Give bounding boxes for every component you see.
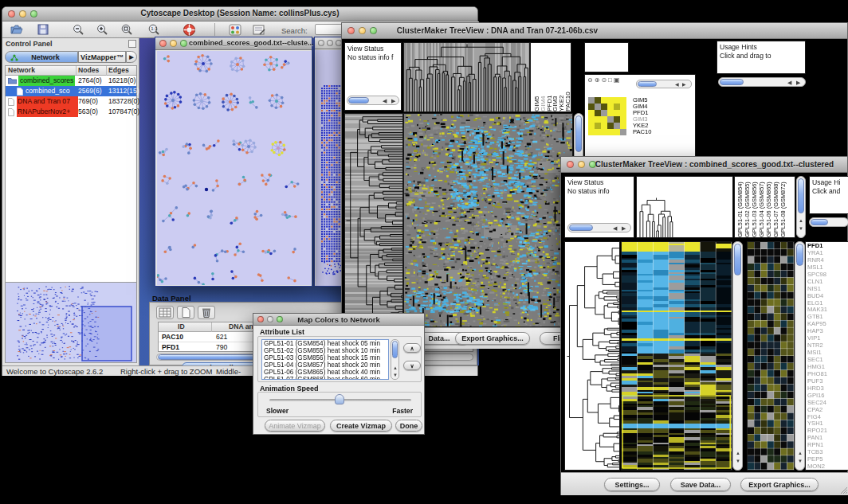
scroll-left-icon[interactable]: ◀ (787, 80, 791, 85)
annotation-icon[interactable] (253, 24, 265, 36)
col-header-id[interactable]: ID (178, 322, 185, 330)
attribute-list-vscrollbar[interactable]: ▲ ▼ (391, 339, 399, 380)
scroll-left-icon[interactable]: ◀ (613, 225, 617, 231)
attribute-list[interactable]: GPL51-01 (GSM854) heat shock 05 minGPL51… (261, 339, 389, 380)
minimize-button[interactable] (170, 40, 177, 47)
scroll-right-icon[interactable]: ▶ (682, 82, 686, 88)
close-button[interactable] (159, 40, 167, 47)
export-graphics-button[interactable]: Export Graphics... (740, 478, 819, 491)
treeview2-heatmap[interactable] (621, 241, 732, 471)
treeview1-column-labels: GIM5 GIM4 PFD1 GIM3 YKE2 PAC10 (530, 42, 571, 112)
treeview2-titlebar[interactable]: ClusterMaker TreeView : combined_scores_… (561, 157, 847, 173)
scroll-up-icon[interactable]: ▲ (799, 218, 803, 224)
network-row-combined-scores[interactable]: combined_scores 2764(0) 16218(0) (6, 76, 136, 86)
status-hint-middle: Middle- (216, 367, 241, 376)
minimize-button[interactable] (578, 161, 585, 168)
treeview2-zoom-heatmap[interactable] (747, 241, 795, 471)
treeview1-titlebar[interactable]: ClusterMaker TreeView : DNA and Tran 07-… (342, 23, 847, 39)
treeview1-row-labels: GIM5 GIM4 PFD1 GIM3 YKE2 PAC10 (633, 97, 652, 135)
zoom-fit-icon[interactable]: 1:1 (147, 24, 160, 36)
create-vizmap-button[interactable]: Create Vizmap (330, 420, 392, 432)
dialog-titlebar[interactable]: Map Colors to Network (253, 314, 424, 326)
network1-canvas[interactable] (157, 51, 311, 285)
usage-hints-title: Usage Hints (720, 43, 805, 52)
minimize-button[interactable] (359, 27, 366, 34)
scroll-down-icon[interactable]: ▼ (736, 459, 740, 464)
open-file-icon[interactable] (10, 24, 23, 35)
treeview1-column-dendrogram[interactable] (403, 42, 530, 112)
scroll-up-icon[interactable]: ▲ (736, 451, 740, 456)
desktop: Cytoscape Desktop (Session Name: collins… (0, 0, 848, 504)
treeview1-heatmap[interactable] (403, 113, 573, 327)
vizmapper-icon[interactable] (229, 24, 241, 36)
treeview2-column-labels: GPL51-01 (GSM854) GPL51-02 (GSM855) GPL5… (734, 176, 795, 238)
done-button[interactable]: Done (395, 420, 422, 432)
export-graphics-button[interactable]: Export Graphics... (455, 332, 530, 345)
close-button[interactable] (567, 161, 574, 168)
zoom-selected-icon[interactable] (120, 24, 133, 36)
view-status-hscrollbar[interactable]: ◀ ▶ (347, 96, 399, 105)
save-icon[interactable] (37, 24, 49, 35)
help-lifebuoy-icon[interactable] (183, 23, 196, 37)
zoom-button[interactable] (180, 40, 187, 47)
treeview2-vscrollbar[interactable]: ▲ ▼ (732, 241, 743, 471)
zoom-out-icon[interactable]: ⊖ (587, 76, 595, 84)
network-row-combined-sco-selected[interactable]: combined_sco 2569(6) 13112(15) (6, 86, 136, 96)
scroll-right-icon[interactable]: ▶ (622, 225, 626, 231)
resize-grip[interactable] (840, 486, 848, 494)
scroll-up-icon[interactable]: ▲ (798, 451, 803, 456)
zoom-reset-icon[interactable]: ⊙ (601, 76, 608, 84)
zoom-select-icon[interactable]: □ (608, 76, 614, 84)
scroll-left-icon[interactable]: ◀ (675, 82, 679, 88)
main-titlebar[interactable]: Cytoscape Desktop (Session Name: collins… (2, 7, 477, 21)
move-up-button[interactable]: ∧ (403, 343, 421, 353)
tab-vizmapper[interactable]: VizMapper™ (78, 51, 126, 63)
float-panel-icon[interactable] (128, 40, 136, 48)
zoom-fit-icon[interactable]: ▣ (614, 76, 622, 84)
zoom-out-icon[interactable] (73, 24, 84, 36)
save-data-button[interactable]: Save Data... (670, 478, 731, 491)
data-panel-newdoc-button[interactable] (177, 306, 194, 319)
network1-titlebar[interactable]: combined_scores_good.txt--cluste... (155, 37, 312, 50)
network-list-header[interactable]: Network Nodes Edges (6, 66, 136, 76)
close-button[interactable] (347, 27, 355, 34)
tab-network[interactable]: Network (5, 51, 78, 63)
treeview1-zoom-matrix[interactable] (588, 97, 626, 135)
status-hint-zoom: Right-click + drag to ZOOM (120, 367, 212, 376)
move-down-button[interactable]: ∨ (403, 361, 421, 370)
scroll-up-icon[interactable]: ▲ (393, 365, 398, 371)
treeview2-gene-labels: PFD1YRA1RNR4MSL1SPC98CLN1NIS1BUD4ELG1MAK… (805, 241, 848, 471)
scroll-down-icon[interactable]: ▼ (393, 373, 398, 378)
overview-canvas[interactable] (6, 283, 136, 362)
data-panel-delete-button[interactable] (198, 306, 215, 319)
scroll-right-icon[interactable]: ▶ (391, 98, 395, 104)
zoom-in-icon[interactable] (96, 24, 108, 36)
network-row-dna-and-tran[interactable]: DNA and Tran 07 769(0) 183728(0) (6, 96, 136, 107)
settings-button[interactable]: Settings... (604, 478, 660, 491)
network-overview-thumbnail[interactable] (5, 282, 137, 363)
attribute-list-item[interactable]: GPL51-07 (GSM868) heat shock 60 min (264, 377, 388, 380)
zoom-panel-hscrollbar[interactable]: ◀ ▶ (636, 80, 692, 88)
close-button[interactable] (318, 40, 324, 46)
treeview2-column-dendrogram[interactable] (636, 176, 733, 238)
scroll-right-icon[interactable]: ▶ (796, 80, 800, 85)
scroll-down-icon[interactable]: ▼ (798, 459, 803, 464)
view-status-hscrollbar[interactable]: ◀ ▶ (567, 223, 631, 232)
usage-hints-text: Click and (812, 187, 848, 196)
tab-network-label: Network (31, 53, 60, 61)
scroll-down-icon[interactable]: ▼ (799, 226, 803, 232)
speed-slider-handle[interactable] (335, 394, 344, 404)
minimize-button[interactable] (327, 40, 333, 46)
view-status-title: View Status (567, 178, 634, 187)
treeview1-row-dendrogram[interactable] (344, 113, 403, 327)
treeview2-labels-vscrollbar[interactable]: ▲ ▼ (796, 176, 806, 238)
network-row-rnapubernov2[interactable]: RNAPuberNov2+ 563(0) 107847(0) (6, 107, 136, 117)
tabs-more-arrow[interactable]: ▶ (126, 51, 137, 63)
scroll-left-icon[interactable]: ◀ (383, 98, 387, 104)
treeview2-row-dendrogram[interactable] (564, 241, 620, 471)
usage-hints-hscrollbar[interactable]: ◀ ▶ (718, 77, 806, 87)
usage-hints-hscrollbar[interactable] (809, 217, 848, 227)
attribute-list-group: GPL51-01 (GSM854) heat shock 05 minGPL51… (257, 336, 422, 382)
data-panel-table-button[interactable] (156, 306, 174, 319)
treeview2-gene-vscrollbar[interactable]: ▲ ▼ (795, 241, 805, 471)
